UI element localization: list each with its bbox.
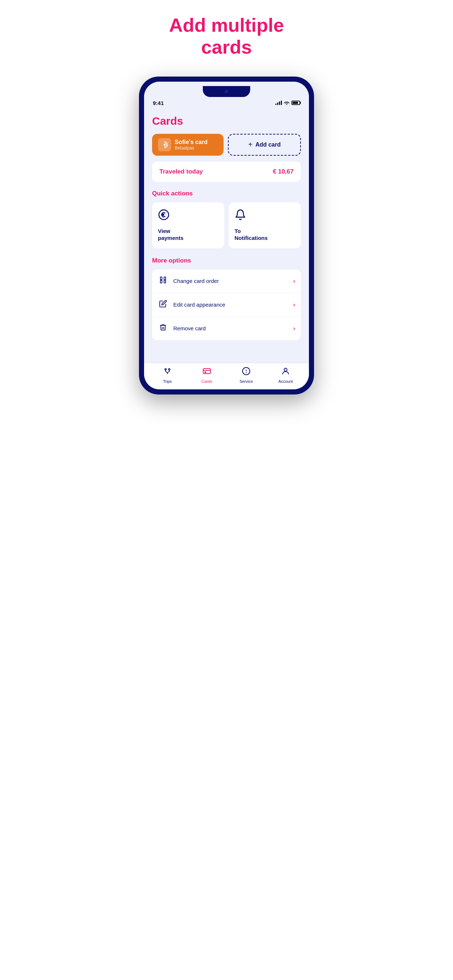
bottom-nav: Trips Cards xyxy=(144,363,309,390)
nav-label-trips: Trips xyxy=(163,379,172,383)
card-name: Sofie's card xyxy=(175,139,207,145)
svg-point-16 xyxy=(284,368,287,371)
account-icon xyxy=(281,367,290,378)
add-card-label: Add card xyxy=(255,142,281,148)
edit-card-appearance-row[interactable]: Edit card appearance › xyxy=(152,293,301,317)
page-headline: Add multiplecards xyxy=(169,14,284,58)
svg-rect-6 xyxy=(164,277,166,279)
more-options-title: More options xyxy=(152,257,301,264)
traveled-label: Traveled today xyxy=(160,168,203,175)
svg-rect-5 xyxy=(161,280,162,283)
svg-rect-10 xyxy=(203,369,211,374)
card-icon xyxy=(158,138,171,151)
add-card-button[interactable]: + Add card xyxy=(228,134,301,156)
quick-actions-row: Viewpayments ToNotifications xyxy=(152,202,301,248)
trips-icon xyxy=(163,367,172,378)
sort-icon xyxy=(158,276,168,286)
svg-rect-7 xyxy=(164,280,166,283)
nav-item-cards[interactable]: Cards xyxy=(187,367,226,383)
status-bar: 9:41 xyxy=(144,97,309,108)
screen-title: Cards xyxy=(152,115,301,127)
nav-item-service[interactable]: Service xyxy=(226,367,266,383)
add-card-plus-icon: + xyxy=(248,140,252,149)
status-icons xyxy=(275,100,300,105)
traveled-today-card: Traveled today € 10,67 xyxy=(152,162,301,182)
battery-icon xyxy=(292,100,300,105)
active-card-button[interactable]: Sofie's card Betaalpas xyxy=(152,134,223,156)
nav-label-account: Account xyxy=(278,379,293,383)
chevron-right-icon-3: › xyxy=(293,325,295,332)
remove-card-label: Remove card xyxy=(173,325,288,331)
card-info: Sofie's card Betaalpas xyxy=(175,139,207,151)
euro-circle-icon xyxy=(158,209,219,223)
chevron-right-icon-1: › xyxy=(293,278,295,285)
service-icon xyxy=(242,367,250,378)
bell-icon xyxy=(234,209,295,223)
remove-card-row[interactable]: Remove card › xyxy=(152,317,301,340)
svg-rect-4 xyxy=(161,277,162,279)
nav-label-service: Service xyxy=(239,379,253,383)
traveled-amount: € 10,67 xyxy=(273,168,293,175)
notch-area xyxy=(144,82,309,97)
view-payments-label: Viewpayments xyxy=(158,228,219,242)
change-card-order-row[interactable]: Change card order › xyxy=(152,269,301,293)
more-options-list: Change card order › Edit card appearance… xyxy=(152,269,301,340)
nav-item-account[interactable]: Account xyxy=(266,367,305,383)
quick-action-notifications[interactable]: ToNotifications xyxy=(229,202,301,248)
edit-card-appearance-label: Edit card appearance xyxy=(173,302,288,308)
nav-item-trips[interactable]: Trips xyxy=(148,367,187,383)
chevron-right-icon-2: › xyxy=(293,302,295,308)
phone-screen: 9:41 Cards xyxy=(144,82,309,390)
notch-dot xyxy=(225,90,228,93)
card-type: Betaalpas xyxy=(175,145,207,151)
cards-nav-icon xyxy=(203,367,211,378)
svg-point-0 xyxy=(164,144,166,145)
notch xyxy=(203,86,250,97)
signal-icon xyxy=(275,100,282,105)
status-time: 9:41 xyxy=(153,100,164,106)
notifications-label: ToNotifications xyxy=(234,228,295,242)
wifi-icon xyxy=(284,100,290,105)
svg-point-12 xyxy=(205,372,206,372)
phone-shell: 9:41 Cards xyxy=(139,76,314,395)
edit-icon xyxy=(158,300,168,310)
nav-label-cards: Cards xyxy=(201,379,212,383)
quick-actions-title: Quick actions xyxy=(152,190,301,197)
change-card-order-label: Change card order xyxy=(173,278,288,284)
quick-action-view-payments[interactable]: Viewpayments xyxy=(152,202,224,248)
card-selector-row: Sofie's card Betaalpas + Add card xyxy=(152,134,301,156)
trash-icon xyxy=(158,323,168,334)
app-content: Cards Sofie's card Betaalpas xyxy=(144,108,309,363)
